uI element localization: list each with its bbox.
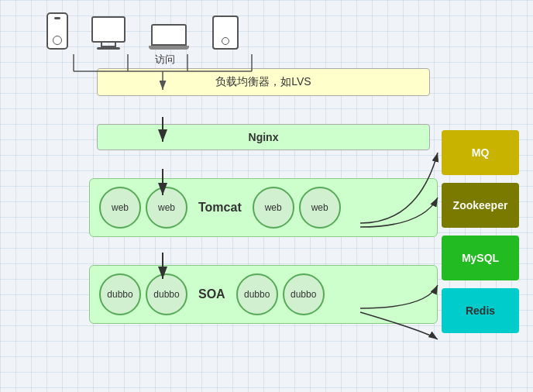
zookeeper-box: Zookeeper — [442, 183, 519, 228]
mysql-box: MySQL — [442, 236, 519, 280]
web-badge-4: web — [299, 187, 341, 229]
lvs-label: 负载均衡器，如LVS — [215, 75, 311, 88]
dubbo-badge-3: dubbo — [236, 273, 278, 315]
mq-box: MQ — [442, 130, 519, 175]
soa-container: dubbo dubbo SOA dubbo dubbo — [89, 265, 438, 324]
diagram-container: 访问 负载均衡器，如LVS Nginx web web Tomcat web — [8, 6, 519, 386]
nginx-label: Nginx — [249, 131, 279, 143]
devices-row — [8, 6, 519, 50]
web-badge-3: web — [253, 187, 294, 229]
redis-box: Redis — [442, 288, 519, 333]
lvs-box: 负载均衡器，如LVS — [97, 68, 430, 96]
web-badge-1: web — [99, 187, 141, 229]
dubbo-badge-4: dubbo — [283, 273, 325, 315]
tomcat-label: Tomcat — [198, 201, 242, 215]
right-boxes: MQ Zookeeper MySQL Redis — [442, 130, 519, 333]
web-badge-2: web — [146, 187, 187, 229]
tablet-device — [212, 15, 239, 50]
dubbo-badge-1: dubbo — [99, 273, 141, 315]
dubbo-badge-2: dubbo — [146, 273, 187, 315]
tomcat-container: web web Tomcat web web — [89, 178, 438, 237]
access-label: 访问 — [155, 53, 519, 67]
soa-label: SOA — [198, 287, 225, 301]
nginx-box: Nginx — [97, 124, 430, 150]
monitor-device — [91, 16, 126, 50]
phone-device — [46, 12, 68, 50]
laptop-device — [149, 24, 189, 50]
